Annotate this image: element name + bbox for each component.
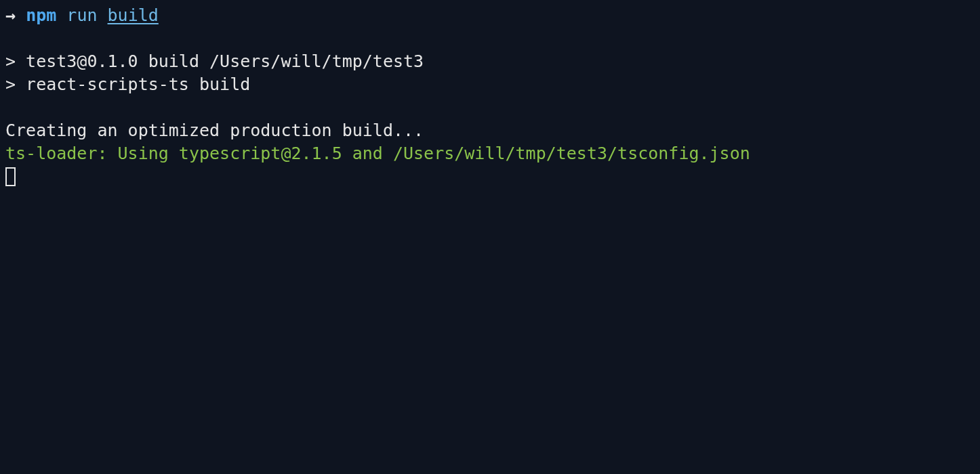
blank-line <box>5 96 975 119</box>
output-status-line: Creating an optimized production build..… <box>5 119 975 142</box>
prompt-arrow-icon: → <box>5 5 16 25</box>
output-line-2: > react-scripts-ts build <box>5 73 975 96</box>
blank-line <box>5 27 975 50</box>
command-build: build <box>108 5 159 25</box>
output-line-1: > test3@0.1.0 build /Users/will/tmp/test… <box>5 50 975 73</box>
command-npm: npm <box>26 5 56 25</box>
command-run: run <box>66 5 97 25</box>
prompt-line[interactable]: → npm run build <box>5 4 975 27</box>
cursor-icon <box>5 167 16 186</box>
output-tsloader-line: ts-loader: Using typescript@2.1.5 and /U… <box>5 142 975 165</box>
cursor-line[interactable] <box>5 165 975 188</box>
